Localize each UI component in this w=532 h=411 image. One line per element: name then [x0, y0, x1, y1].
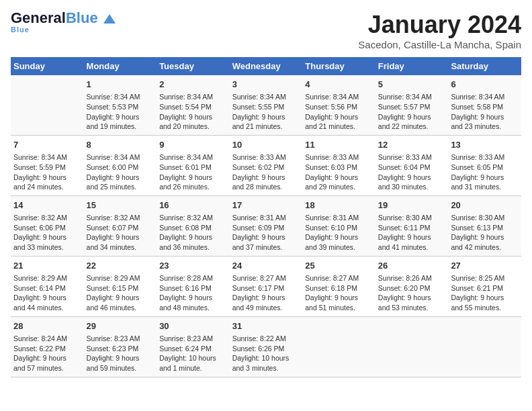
calendar-cell: 5Sunrise: 8:34 AM Sunset: 5:57 PM Daylig… — [375, 75, 449, 135]
day-info: Sunrise: 8:30 AM Sunset: 6:11 PM Dayligh… — [378, 213, 446, 253]
calendar-cell: 21Sunrise: 8:29 AM Sunset: 6:14 PM Dayli… — [11, 256, 84, 316]
logo: GeneralBlue Blue — [11, 11, 116, 34]
day-number: 18 — [305, 199, 373, 212]
day-number: 2 — [159, 79, 227, 91]
calendar-cell: 20Sunrise: 8:30 AM Sunset: 6:13 PM Dayli… — [448, 195, 521, 256]
calendar-cell: 14Sunrise: 8:32 AM Sunset: 6:06 PM Dayli… — [11, 195, 84, 256]
weekday-friday: Friday — [375, 57, 449, 75]
day-number: 10 — [232, 139, 300, 151]
week-row-5: 28Sunrise: 8:24 AM Sunset: 6:22 PM Dayli… — [11, 316, 521, 377]
logo-text: GeneralBlue — [11, 11, 116, 26]
calendar-cell: 7Sunrise: 8:34 AM Sunset: 5:59 PM Daylig… — [11, 135, 84, 195]
day-number: 23 — [159, 260, 227, 272]
day-info: Sunrise: 8:25 AM Sunset: 6:21 PM Dayligh… — [451, 273, 519, 313]
calendar-cell — [302, 316, 375, 377]
calendar-cell: 12Sunrise: 8:33 AM Sunset: 6:04 PM Dayli… — [375, 135, 449, 195]
day-number: 26 — [378, 260, 446, 272]
day-number: 6 — [451, 79, 519, 91]
day-number: 29 — [87, 320, 154, 332]
calendar-cell: 22Sunrise: 8:29 AM Sunset: 6:15 PM Dayli… — [84, 256, 157, 316]
week-row-4: 21Sunrise: 8:29 AM Sunset: 6:14 PM Dayli… — [11, 256, 521, 316]
day-info: Sunrise: 8:33 AM Sunset: 6:04 PM Dayligh… — [378, 152, 446, 192]
weekday-wednesday: Wednesday — [230, 57, 303, 75]
calendar-cell — [448, 316, 521, 377]
day-number: 20 — [451, 199, 519, 212]
week-row-1: 1Sunrise: 8:34 AM Sunset: 5:53 PM Daylig… — [11, 75, 521, 135]
day-number: 15 — [87, 199, 154, 212]
calendar-cell: 28Sunrise: 8:24 AM Sunset: 6:22 PM Dayli… — [11, 316, 84, 377]
day-number: 24 — [232, 260, 300, 272]
day-info: Sunrise: 8:34 AM Sunset: 5:54 PM Dayligh… — [159, 92, 227, 132]
day-number: 25 — [305, 260, 373, 272]
day-info: Sunrise: 8:33 AM Sunset: 6:03 PM Dayligh… — [305, 152, 373, 192]
day-info: Sunrise: 8:33 AM Sunset: 6:02 PM Dayligh… — [232, 152, 300, 192]
calendar-subtitle: Sacedon, Castille-La Mancha, Spain — [358, 39, 521, 50]
weekday-header-row: SundayMondayTuesdayWednesdayThursdayFrid… — [11, 57, 521, 75]
day-info: Sunrise: 8:23 AM Sunset: 6:23 PM Dayligh… — [87, 334, 154, 373]
day-number: 7 — [13, 139, 81, 151]
day-number: 14 — [13, 199, 81, 212]
calendar-cell: 29Sunrise: 8:23 AM Sunset: 6:23 PM Dayli… — [84, 316, 157, 377]
day-info: Sunrise: 8:34 AM Sunset: 6:00 PM Dayligh… — [87, 152, 154, 192]
day-number: 9 — [159, 139, 227, 151]
day-info: Sunrise: 8:32 AM Sunset: 6:07 PM Dayligh… — [87, 213, 154, 253]
day-number: 16 — [159, 199, 227, 212]
calendar-cell: 13Sunrise: 8:33 AM Sunset: 6:05 PM Dayli… — [448, 135, 521, 195]
calendar-cell: 16Sunrise: 8:32 AM Sunset: 6:08 PM Dayli… — [157, 195, 230, 256]
logo-icon — [103, 14, 116, 24]
day-info: Sunrise: 8:34 AM Sunset: 5:57 PM Dayligh… — [378, 92, 446, 132]
calendar-cell: 15Sunrise: 8:32 AM Sunset: 6:07 PM Dayli… — [84, 195, 157, 256]
calendar-cell: 9Sunrise: 8:34 AM Sunset: 6:01 PM Daylig… — [157, 135, 230, 195]
day-number: 5 — [378, 79, 446, 91]
page-header: GeneralBlue Blue January 2024 Sacedon, C… — [11, 11, 521, 50]
day-number: 1 — [87, 79, 154, 91]
day-info: Sunrise: 8:34 AM Sunset: 5:59 PM Dayligh… — [13, 152, 81, 192]
calendar-cell: 18Sunrise: 8:31 AM Sunset: 6:10 PM Dayli… — [302, 195, 375, 256]
day-info: Sunrise: 8:32 AM Sunset: 6:08 PM Dayligh… — [159, 213, 227, 253]
day-number: 13 — [451, 139, 519, 151]
day-info: Sunrise: 8:34 AM Sunset: 5:55 PM Dayligh… — [232, 92, 300, 132]
day-number: 3 — [232, 79, 300, 91]
calendar-cell: 31Sunrise: 8:22 AM Sunset: 6:26 PM Dayli… — [230, 316, 303, 377]
calendar-title: January 2024 — [358, 11, 521, 39]
weekday-sunday: Sunday — [11, 57, 84, 75]
day-info: Sunrise: 8:28 AM Sunset: 6:16 PM Dayligh… — [159, 273, 227, 313]
day-number: 17 — [232, 199, 300, 212]
day-info: Sunrise: 8:26 AM Sunset: 6:20 PM Dayligh… — [378, 273, 446, 313]
calendar-cell: 19Sunrise: 8:30 AM Sunset: 6:11 PM Dayli… — [375, 195, 449, 256]
day-info: Sunrise: 8:27 AM Sunset: 6:17 PM Dayligh… — [232, 273, 300, 313]
day-number: 19 — [378, 199, 446, 212]
svg-marker-0 — [103, 14, 116, 24]
week-row-2: 7Sunrise: 8:34 AM Sunset: 5:59 PM Daylig… — [11, 135, 521, 195]
day-number: 27 — [451, 260, 519, 272]
calendar-cell: 4Sunrise: 8:34 AM Sunset: 5:56 PM Daylig… — [302, 75, 375, 135]
calendar-cell: 8Sunrise: 8:34 AM Sunset: 6:00 PM Daylig… — [84, 135, 157, 195]
day-info: Sunrise: 8:30 AM Sunset: 6:13 PM Dayligh… — [451, 213, 519, 253]
day-info: Sunrise: 8:33 AM Sunset: 6:05 PM Dayligh… — [451, 152, 519, 192]
calendar-cell: 27Sunrise: 8:25 AM Sunset: 6:21 PM Dayli… — [448, 256, 521, 316]
calendar-cell: 30Sunrise: 8:23 AM Sunset: 6:24 PM Dayli… — [157, 316, 230, 377]
calendar-cell: 17Sunrise: 8:31 AM Sunset: 6:09 PM Dayli… — [230, 195, 303, 256]
calendar-cell: 11Sunrise: 8:33 AM Sunset: 6:03 PM Dayli… — [302, 135, 375, 195]
calendar-cell: 2Sunrise: 8:34 AM Sunset: 5:54 PM Daylig… — [157, 75, 230, 135]
weekday-monday: Monday — [84, 57, 157, 75]
week-row-3: 14Sunrise: 8:32 AM Sunset: 6:06 PM Dayli… — [11, 195, 521, 256]
day-info: Sunrise: 8:27 AM Sunset: 6:18 PM Dayligh… — [305, 273, 373, 313]
calendar-cell: 6Sunrise: 8:34 AM Sunset: 5:58 PM Daylig… — [448, 75, 521, 135]
logo-subtext: Blue — [11, 26, 30, 34]
day-info: Sunrise: 8:29 AM Sunset: 6:14 PM Dayligh… — [13, 273, 81, 313]
logo-general: General — [11, 9, 66, 26]
calendar-cell — [11, 75, 84, 135]
title-area: January 2024 Sacedon, Castille-La Mancha… — [358, 11, 521, 50]
day-info: Sunrise: 8:22 AM Sunset: 6:26 PM Dayligh… — [232, 334, 300, 373]
calendar-cell: 10Sunrise: 8:33 AM Sunset: 6:02 PM Dayli… — [230, 135, 303, 195]
day-number: 22 — [87, 260, 154, 272]
weekday-saturday: Saturday — [448, 57, 521, 75]
calendar-cell — [375, 316, 449, 377]
weekday-tuesday: Tuesday — [157, 57, 230, 75]
day-info: Sunrise: 8:31 AM Sunset: 6:09 PM Dayligh… — [232, 213, 300, 253]
calendar-cell: 23Sunrise: 8:28 AM Sunset: 6:16 PM Dayli… — [157, 256, 230, 316]
day-number: 8 — [87, 139, 154, 151]
day-info: Sunrise: 8:34 AM Sunset: 5:56 PM Dayligh… — [305, 92, 373, 132]
calendar-cell: 26Sunrise: 8:26 AM Sunset: 6:20 PM Dayli… — [375, 256, 449, 316]
